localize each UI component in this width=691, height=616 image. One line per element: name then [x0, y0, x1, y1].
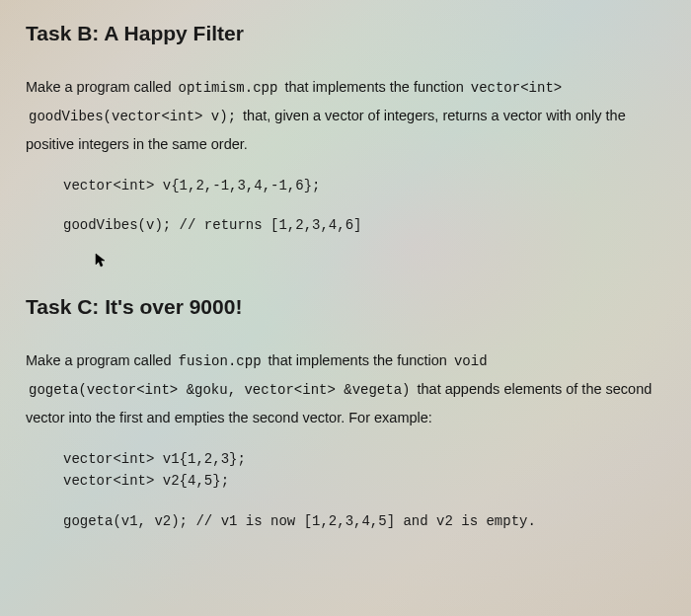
text-fragment: that implements the function — [284, 79, 467, 95]
task-b-heading: Task B: A Happy Filter — [26, 22, 665, 45]
code-signature: gogeta(vector<int> &goku, vector<int> &v… — [26, 382, 413, 398]
text-fragment: Make a program called — [26, 79, 176, 95]
code-signature: goodVibes(vector<int> v); — [26, 109, 239, 124]
task-b-description: Make a program called optimism.cpp that … — [26, 73, 665, 159]
code-return-type: vector<int> — [468, 80, 565, 96]
task-c-heading: Task C: It's over 9000! — [26, 295, 665, 319]
task-c-code-example-2: gogeta(v1, v2); // v1 is now [1,2,3,4,5]… — [63, 510, 665, 532]
task-c-description: Make a program called fusion.cpp that im… — [26, 346, 665, 432]
code-return-type: void — [451, 353, 491, 369]
text-fragment: that implements the function — [269, 352, 451, 368]
text-fragment: that appends elements of the second — [418, 381, 653, 397]
cursor-icon — [95, 253, 107, 271]
text-fragment: that, given a vector of integers, return… — [243, 108, 626, 123]
text-fragment: vector into the first and empties the se… — [26, 410, 432, 425]
code-filename: fusion.cpp — [176, 353, 265, 369]
task-b-code-example-2: goodVibes(v); // returns [1,2,3,4,6] — [63, 214, 665, 236]
code-filename: optimism.cpp — [176, 80, 281, 96]
task-c-code-example-1: vector<int> v1{1,2,3}; vector<int> v2{4,… — [63, 448, 665, 493]
text-fragment: positive integers in the same order. — [26, 136, 248, 152]
task-b-code-example-1: vector<int> v{1,2,-1,3,4,-1,6}; — [63, 175, 665, 196]
document-content: Task B: A Happy Filter Make a program ca… — [26, 22, 665, 532]
text-fragment: Make a program called — [26, 352, 176, 368]
